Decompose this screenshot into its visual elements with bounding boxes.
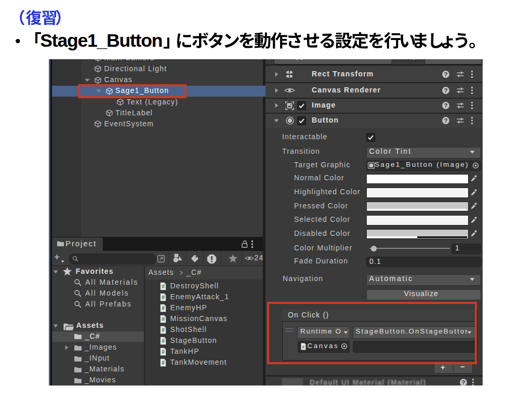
svg-text:?: ?: [444, 102, 447, 109]
svg-text:#: #: [162, 327, 165, 332]
svg-text:#: #: [162, 294, 165, 300]
svg-text:?: ?: [444, 71, 447, 77]
svg-text:#: #: [162, 283, 165, 289]
svg-text:?: ?: [444, 117, 447, 124]
svg-text:?: ?: [444, 87, 447, 94]
svg-text:#: #: [162, 349, 165, 354]
svg-text:#: #: [162, 305, 165, 311]
svg-text:#: #: [162, 338, 165, 343]
svg-text:#: #: [162, 316, 165, 322]
svg-text:?: ?: [461, 379, 465, 385]
svg-text:#: #: [162, 360, 165, 365]
